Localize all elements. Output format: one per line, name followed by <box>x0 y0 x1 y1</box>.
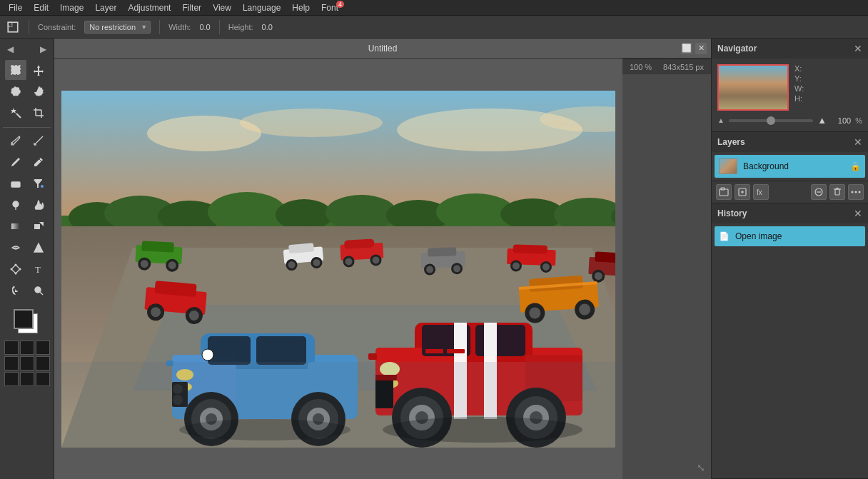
text-tool[interactable]: T <box>28 259 49 279</box>
navigator-close-btn[interactable]: ✕ <box>854 43 862 54</box>
eyedropper-tool[interactable] <box>5 131 26 151</box>
navigator-zoom-thumb[interactable] <box>767 116 775 125</box>
gradient-tool[interactable] <box>5 216 26 236</box>
marquee-ellipse-tool[interactable] <box>5 81 26 101</box>
menu-filter[interactable]: Filter <box>176 1 207 14</box>
measure-tool[interactable] <box>28 131 49 151</box>
tool-row-6 <box>0 173 54 193</box>
nav-prev-arrow[interactable]: ◀ <box>4 43 16 56</box>
canvas-close-btn[interactable]: ✕ <box>695 43 707 54</box>
svg-rect-21 <box>11 223 20 229</box>
navigator-zoom-slider[interactable] <box>729 119 813 122</box>
canvas-maximize-btn[interactable]: ⬜ <box>681 43 692 54</box>
color-cell-7[interactable] <box>4 372 19 386</box>
color-boxes[interactable] <box>12 308 42 335</box>
layer-thumbnail <box>719 158 737 174</box>
history-panel: History ✕ 📄 Open image <box>712 203 868 479</box>
navigator-preview[interactable] <box>717 64 789 111</box>
svg-rect-16 <box>11 182 20 187</box>
canvas-wrapper[interactable]: ⤡ <box>54 59 622 479</box>
smudge-tool[interactable] <box>5 238 26 258</box>
menu-file[interactable]: File <box>3 1 28 14</box>
svg-rect-73 <box>428 247 456 256</box>
history-close-btn[interactable]: ✕ <box>854 208 862 219</box>
color-cell-8[interactable] <box>20 372 34 386</box>
pen-tool[interactable] <box>5 259 26 279</box>
layer-item-background[interactable]: Background 🔒 <box>715 155 865 178</box>
menu-layer[interactable]: Layer <box>89 1 122 14</box>
layer-new-layer-btn[interactable] <box>735 184 750 200</box>
layer-options-btn[interactable] <box>848 184 864 200</box>
svg-rect-22 <box>34 224 40 229</box>
magic-wand-tool[interactable] <box>5 103 26 123</box>
svg-marker-3 <box>34 65 44 76</box>
svg-point-45 <box>326 195 397 231</box>
foreground-color-box[interactable] <box>14 309 34 329</box>
zoom-tool[interactable] <box>28 281 49 301</box>
history-item-open-image[interactable]: 📄 Open image <box>715 226 865 246</box>
color-cell-2[interactable] <box>20 341 34 355</box>
svg-line-5 <box>16 114 21 118</box>
layer-delete-btn[interactable] <box>829 184 845 200</box>
status-zoom: 100 % <box>630 63 652 71</box>
menu-font[interactable]: Font 4 <box>316 1 344 14</box>
menu-edit[interactable]: Edit <box>28 1 54 14</box>
menu-view[interactable]: View <box>207 1 237 14</box>
sharpen-tool[interactable] <box>28 238 49 258</box>
navigator-zoom-row: ▲ ▲ 100 % <box>717 115 862 126</box>
pencil-tool[interactable] <box>28 152 49 172</box>
menu-bar: File Edit Image Layer Adjustment Filter … <box>0 0 868 16</box>
svg-rect-0 <box>8 22 18 32</box>
svg-rect-108 <box>256 336 306 365</box>
lasso-tool[interactable] <box>28 81 49 101</box>
svg-point-163 <box>859 191 861 193</box>
layer-new-group-btn[interactable] <box>716 184 732 200</box>
marquee-rect-tool[interactable] <box>5 60 26 80</box>
color-cell-6[interactable] <box>36 356 50 370</box>
layer-fx-btn[interactable]: fx <box>753 184 769 200</box>
nav-next-arrow[interactable]: ▶ <box>37 43 49 56</box>
nav-x-label: X: <box>794 64 802 73</box>
layers-close-btn[interactable]: ✕ <box>854 136 862 148</box>
color-cell-9[interactable] <box>36 372 50 386</box>
svg-line-12 <box>34 136 43 145</box>
constraint-select-wrapper[interactable]: No restriction Fixed Ratio Fixed Size ▼ <box>84 21 151 34</box>
menu-adjustment[interactable]: Adjustment <box>122 1 176 14</box>
navigator-zoom-value: 100 <box>831 116 851 125</box>
svg-point-161 <box>852 191 854 193</box>
tool-row-9 <box>0 238 54 258</box>
brush-tool[interactable] <box>5 152 26 172</box>
layer-mask-btn[interactable] <box>811 184 827 200</box>
color-cell-5[interactable] <box>20 356 34 370</box>
burn-tool[interactable] <box>28 195 49 215</box>
fill-tool[interactable] <box>28 173 49 193</box>
constraint-select[interactable]: No restriction Fixed Ratio Fixed Size <box>84 21 151 34</box>
eraser-tool[interactable] <box>5 173 26 193</box>
shape-tool[interactable] <box>28 216 49 236</box>
height-label: Height: <box>228 23 253 31</box>
menu-language[interactable]: Language <box>237 1 286 14</box>
svg-rect-85 <box>595 251 615 263</box>
main-area: ◀ ▶ <box>0 39 868 479</box>
move-tool[interactable] <box>28 60 49 80</box>
history-header: History ✕ <box>712 203 868 223</box>
color-cell-3[interactable] <box>36 341 50 355</box>
svg-rect-149 <box>61 362 615 448</box>
layers-toolbar: fx <box>712 181 868 203</box>
color-cell-1[interactable] <box>4 341 19 355</box>
color-cell-4[interactable] <box>4 356 19 370</box>
dodge-tool[interactable] <box>5 195 26 215</box>
history-open-icon: 📄 <box>719 231 730 241</box>
navigator-title: Navigator <box>717 44 757 54</box>
crop-tool[interactable] <box>28 103 49 123</box>
tool-row-2 <box>0 81 54 101</box>
tool-row-8 <box>0 216 54 236</box>
menu-help[interactable]: Help <box>286 1 316 14</box>
canvas-image[interactable] <box>61 91 615 448</box>
width-label: Width: <box>168 23 191 31</box>
menu-image[interactable]: Image <box>54 1 89 14</box>
svg-point-162 <box>855 191 857 193</box>
svg-point-122 <box>202 349 213 360</box>
tool-row-4 <box>0 131 54 151</box>
hand-tool[interactable] <box>5 281 26 301</box>
